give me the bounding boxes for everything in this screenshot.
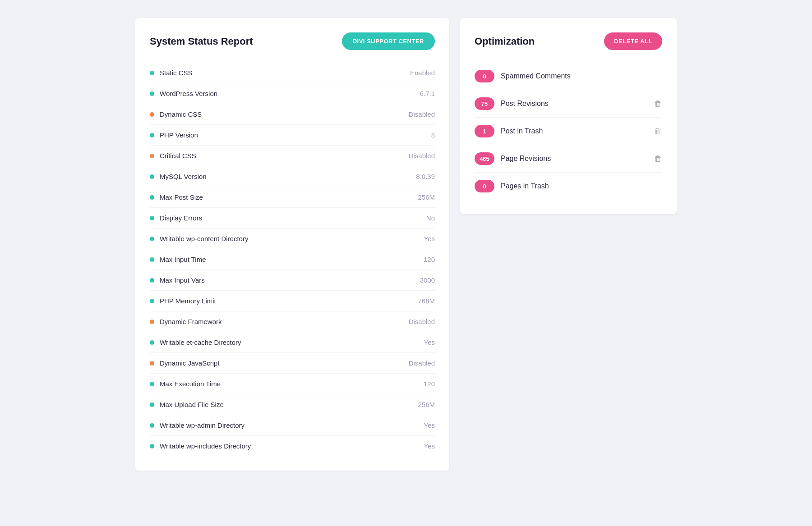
status-list: Static CSSEnabledWordPress Version6.7.1D… [150,63,435,456]
green-dot-icon [150,216,154,220]
orange-dot-icon [150,112,154,117]
optimization-label: Spammed Comments [501,72,662,80]
green-dot-icon [150,257,154,262]
orange-dot-icon [150,154,154,158]
status-label: Dynamic Framework [160,318,222,325]
orange-dot-icon [150,320,154,324]
status-item: Max Post Size256M [150,187,435,208]
optimization-title: Optimization [475,36,535,47]
green-dot-icon [150,403,154,407]
green-dot-icon [150,444,154,448]
status-item: Writable wp-admin DirectoryYes [150,415,435,436]
status-item-left: Writable wp-content Directory [150,235,248,242]
status-value: Yes [424,442,435,450]
status-item-left: PHP Version [150,131,198,139]
optimization-item: 0Pages in Trash [475,173,662,200]
status-item-left: Max Execution Time [150,380,221,388]
green-dot-icon [150,423,154,428]
status-label: MySQL Version [160,173,207,180]
status-value: Disabled [409,110,435,118]
optimization-label: Pages in Trash [501,182,662,190]
status-item: MySQL Version8.0.39 [150,166,435,187]
status-item: Max Input Vars3000 [150,270,435,291]
status-label: WordPress Version [160,90,217,97]
count-badge: 0 [475,70,494,82]
status-value: 6.7.1 [420,90,435,97]
status-value: Yes [424,421,435,429]
status-item-left: Static CSS [150,69,193,77]
status-label: Writable wp-admin Directory [160,421,245,429]
status-label: Display Errors [160,214,202,222]
green-dot-icon [150,71,154,75]
status-label: Max Execution Time [160,380,221,388]
status-value: 120 [424,256,435,263]
status-item-left: Display Errors [150,214,202,222]
status-value: 120 [424,380,435,388]
green-dot-icon [150,278,154,283]
status-item: Static CSSEnabled [150,63,435,83]
status-label: Critical CSS [160,152,196,160]
status-label: Max Input Time [160,256,206,263]
status-value: 256M [418,401,435,408]
green-dot-icon [150,91,154,96]
status-item: PHP Version8 [150,125,435,146]
status-label: Writable wp-includes Directory [160,442,251,450]
optimization-item: 75Post Revisions🗑 [475,90,662,118]
divi-support-center-button[interactable]: DIVI SUPPORT CENTER [342,32,435,50]
delete-all-button[interactable]: DELETE ALL [604,32,662,50]
optimization-label: Post in Trash [501,127,648,135]
trash-icon[interactable]: 🗑 [654,99,662,109]
status-item-left: Writable et-cache Directory [150,338,241,346]
status-item-left: MySQL Version [150,173,207,180]
status-value: 8.0.39 [416,173,435,180]
green-dot-icon [150,195,154,200]
status-label: PHP Version [160,131,198,139]
status-label: Writable et-cache Directory [160,338,241,346]
optimization-item: 1Post in Trash🗑 [475,118,662,145]
status-value: Disabled [409,359,435,367]
status-item-left: Max Post Size [150,193,203,201]
count-badge: 465 [475,152,494,165]
status-item: Dynamic JavaScriptDisabled [150,353,435,374]
status-item-left: PHP Memory Limit [150,297,216,305]
status-item: Writable wp-content DirectoryYes [150,229,435,249]
status-label: PHP Memory Limit [160,297,216,305]
status-item: WordPress Version6.7.1 [150,83,435,104]
status-value: Enabled [410,69,435,77]
status-value: Yes [424,235,435,242]
status-item: PHP Memory Limit768M [150,291,435,311]
status-label: Dynamic CSS [160,110,202,118]
status-item-left: Dynamic CSS [150,110,202,118]
count-badge: 0 [475,180,494,192]
status-item: Writable wp-includes DirectoryYes [150,436,435,456]
optimization-label: Post Revisions [501,100,648,108]
green-dot-icon [150,340,154,345]
trash-icon[interactable]: 🗑 [654,127,662,136]
optimization-panel: Optimization DELETE ALL 0Spammed Comment… [460,18,677,214]
right-panel-header: Optimization DELETE ALL [475,32,662,50]
status-value: Yes [424,338,435,346]
optimization-label: Page Revisions [501,155,648,163]
status-item-left: Max Upload File Size [150,401,224,408]
green-dot-icon [150,382,154,386]
status-item-left: Dynamic JavaScript [150,359,220,367]
status-item: Max Upload File Size256M [150,394,435,415]
status-item-left: Writable wp-includes Directory [150,442,251,450]
status-item: Critical CSSDisabled [150,146,435,166]
status-item-left: WordPress Version [150,90,217,97]
status-item: Writable et-cache DirectoryYes [150,332,435,353]
status-item: Max Input Time120 [150,249,435,270]
status-item-left: Max Input Time [150,256,206,263]
status-value: 8 [431,131,435,139]
status-value: Disabled [409,318,435,325]
status-value: 256M [418,193,435,201]
status-item-left: Max Input Vars [150,276,205,284]
status-item: Dynamic CSSDisabled [150,104,435,125]
status-value: 768M [418,297,435,305]
trash-icon[interactable]: 🗑 [654,154,662,164]
status-value: Disabled [409,152,435,160]
status-label: Writable wp-content Directory [160,235,248,242]
count-badge: 75 [475,97,494,110]
optimization-item: 465Page Revisions🗑 [475,145,662,173]
status-label: Dynamic JavaScript [160,359,220,367]
